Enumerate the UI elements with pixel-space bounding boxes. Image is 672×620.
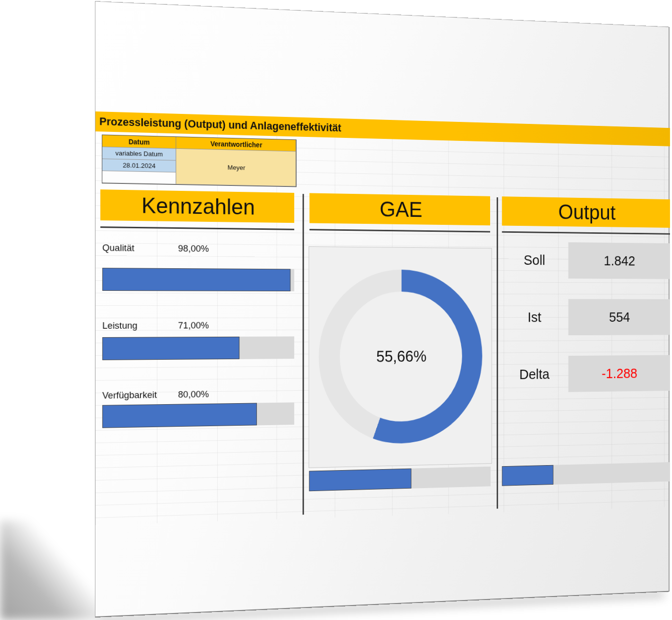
gae-donut-chart: 55,66% (319, 269, 482, 445)
panel-divider-left (303, 194, 304, 515)
metric-bar-track (102, 336, 294, 360)
panel-header-kennzahlen: Kennzahlen (100, 189, 294, 223)
metric-bar-track (102, 402, 294, 428)
output-delta-value: -1.288 (569, 355, 670, 392)
output-soll-label: Soll (502, 242, 567, 279)
output-soll-value: 1.842 (569, 242, 670, 279)
stage: Prozessleistung (Output) und Anlageneffe… (0, 0, 672, 620)
metric-value-qualitaet: 98,00% (178, 242, 209, 255)
metric-bar-fill-leistung (102, 337, 240, 360)
metric-label-leistung: Leistung (102, 319, 137, 332)
metric-value-verfuegbarkeit: 80,00% (178, 388, 209, 401)
info-table-date-value: 28.01.2024 (102, 159, 176, 172)
panel-header-gae: GAE (309, 193, 490, 225)
info-table: Datum Verantwortlicher variables Datum M… (102, 134, 297, 187)
dashboard-title: Prozessleistung (Output) und Anlageneffe… (99, 115, 341, 134)
page-cast-shadow (0, 521, 102, 620)
gae-progress-fill (309, 469, 412, 492)
metric-label-qualitaet: Qualität (102, 241, 134, 254)
panel-divider-right (497, 197, 498, 509)
output-delta-label: Delta (502, 356, 567, 393)
output-ist-value: 554 (569, 299, 670, 336)
output-ist-label: Ist (502, 299, 567, 335)
metric-bar-fill-qualitaet (102, 268, 291, 291)
info-table-header-datum: Datum (102, 135, 176, 148)
gae-donut-value: 55,66% (319, 269, 482, 445)
info-table-empty-cell (102, 171, 176, 184)
panel-header-output: Output (502, 196, 670, 228)
info-table-variable-date-label: variables Datum (102, 147, 176, 160)
output-progress-fill (502, 465, 554, 486)
dashboard-sheet: Prozessleistung (Output) und Anlageneffe… (95, 1, 670, 618)
metric-bar-track (102, 268, 294, 291)
metric-label-verfuegbarkeit: Verfügbarkeit (102, 389, 157, 402)
metric-bar-fill-verfuegbarkeit (102, 403, 257, 428)
metric-value-leistung: 71,00% (178, 319, 209, 332)
info-table-responsible-value: Meyer (176, 149, 296, 187)
